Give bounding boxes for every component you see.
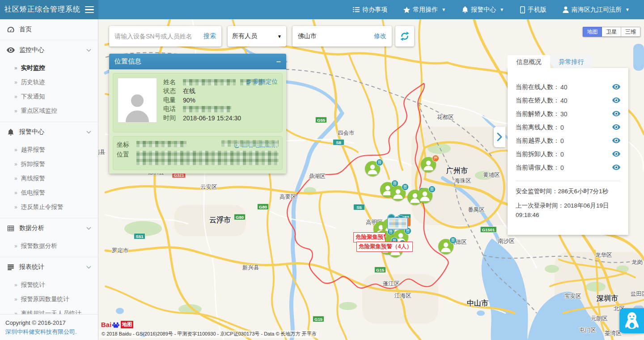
sidebar-group-label: 监控中心: [19, 46, 44, 54]
list-icon: [353, 7, 360, 13]
qq-service-button[interactable]: [619, 308, 644, 333]
sidebar-item-key-area-monitor[interactable]: »重点区域监控: [0, 104, 98, 118]
collapse-panel-button[interactable]: −: [276, 58, 281, 66]
stat-row-crossborder: 当前越界人数：0: [516, 134, 620, 148]
refresh-location-label: 刷新定位: [254, 78, 278, 86]
sidebar-group-header-monitoring[interactable]: 监控中心: [0, 40, 98, 60]
sidebar-item-crossborder-alarm[interactable]: »越界报警: [0, 143, 98, 157]
stat-label: 当前请假人数：: [516, 164, 559, 172]
caret-down-icon: ▼: [500, 7, 504, 12]
map-place-label: 龙岗: [631, 259, 643, 266]
map-place-label: 黄埔区: [483, 171, 500, 179]
nav-item-user-account[interactable]: 南海区九江司法所 ▼: [555, 0, 638, 19]
sidebar-group-header-reports[interactable]: 报表统计: [0, 257, 98, 277]
eye-view-button[interactable]: [612, 84, 620, 91]
eye-view-button[interactable]: [612, 151, 620, 158]
sidebar-group-header-data-analysis[interactable]: 数据分析: [0, 218, 98, 238]
marker-status-badge: 普: [402, 183, 409, 191]
nav-item-todo[interactable]: 待办事项: [345, 0, 395, 19]
sidebar-item-alarm-data-analysis[interactable]: »报警数据分析: [0, 239, 98, 253]
person-marker[interactable]: 普: [390, 186, 406, 201]
double-angle-icon: »: [14, 190, 17, 196]
double-angle-icon: »: [14, 282, 17, 288]
eye-view-button[interactable]: [612, 97, 620, 104]
sidebar-group-header-alarm[interactable]: 报警中心: [0, 122, 98, 142]
nav-item-alarm-center[interactable]: 报警中心 ▼: [454, 0, 512, 19]
redacted-coordinates: [136, 141, 186, 147]
coord-label: 坐标: [117, 141, 136, 149]
stat-label: 当前在线人数：: [516, 83, 559, 91]
info-overview-panel: 当前在线人数：40 当前在矫人数：40 当前解矫人数：30 当前离线人数：0 当…: [508, 68, 628, 235]
sidebar-item-label: 拆卸报警: [21, 160, 45, 168]
sidebar-item-history-track[interactable]: »历史轨迹: [0, 75, 98, 89]
people-filter-select[interactable]: 所有人员 ▼: [228, 26, 286, 47]
person-marker[interactable]: 普: [417, 188, 432, 203]
refresh-map-button[interactable]: [395, 26, 414, 47]
eye-view-button[interactable]: [612, 124, 620, 131]
sidebar-item-prohibition-alarm[interactable]: »违反禁止令报警: [0, 200, 98, 214]
tab-abnormal-ranking[interactable]: 异常排行: [550, 55, 593, 68]
sidebar-group-monitoring: 监控中心 »实时监控 »历史轨迹 »下发通知 »重点区域监控: [0, 40, 98, 122]
status-label: 状态: [163, 87, 183, 95]
person-marker[interactable]: 普: [438, 239, 453, 254]
sidebar-toggle-icon[interactable]: [85, 4, 94, 15]
eye-view-button[interactable]: [612, 164, 620, 171]
map-view-button-3d[interactable]: 三维: [621, 27, 640, 37]
tab-info-overview[interactable]: 信息概况: [508, 55, 550, 68]
nav-item-label: 手机版: [528, 6, 547, 14]
map-view-button-satellite[interactable]: 卫星: [602, 27, 621, 37]
divider: [516, 181, 620, 181]
sidebar-item-home[interactable]: 首页: [0, 19, 98, 40]
search-button[interactable]: 搜索: [203, 32, 216, 40]
chevron-right-icon: [497, 132, 502, 141]
eye-view-button[interactable]: [612, 137, 620, 144]
sidebar-item-send-notice[interactable]: »下发通知: [0, 89, 98, 104]
caret-down-icon: ▼: [441, 7, 446, 12]
sidebar-item-label: 越界报警: [21, 146, 45, 154]
redacted-name: [183, 79, 236, 85]
danger-cluster-warning-label[interactable]: 危险聚集预警（4人）: [356, 242, 413, 252]
search-input[interactable]: [114, 33, 203, 40]
sidebar-item-offline-alarm[interactable]: »离线报警: [0, 171, 98, 186]
double-angle-icon: »: [14, 175, 17, 182]
sidebar-group-label: 数据分析: [19, 224, 44, 232]
company-link[interactable]: 深圳中科健安科技有限公司.: [5, 328, 77, 335]
nav-item-mobile[interactable]: 手机版: [512, 0, 555, 19]
sidebar-item-alarm-reason-statistics[interactable]: »报警原因数量统计: [0, 292, 98, 306]
stat-value: 0: [560, 151, 564, 158]
sidebar-item-lowbattery-alarm[interactable]: »低电报警: [0, 186, 98, 200]
person-marker[interactable]: 普: [365, 161, 380, 176]
app-logo[interactable]: 社区矫正综合管理系统: [0, 0, 98, 19]
modify-city-button[interactable]: 修改: [374, 32, 386, 40]
baidu-logo-map-text: 地图: [120, 320, 134, 329]
nav-item-label: 待办事项: [362, 6, 387, 14]
map-place-label: 新兴县: [242, 264, 259, 272]
nav-item-common-ops[interactable]: 常用操作 ▼: [395, 0, 454, 19]
sidebar-item-label: 离线报警: [21, 174, 45, 183]
qq-penguin-icon: [623, 311, 640, 330]
double-angle-icon: »: [14, 204, 17, 210]
sidebar-item-realtime-monitor[interactable]: »实时监控: [0, 61, 98, 75]
selected-person-infowindow: [387, 217, 408, 230]
time-label: 时间: [163, 114, 183, 122]
danger-cluster-warning-label[interactable]: 危险聚集预警: [353, 232, 386, 242]
refresh-icon: [246, 79, 252, 85]
person-marker[interactable]: 严: [421, 157, 436, 172]
map-place-label: 广州市: [446, 166, 468, 176]
map-attribution: © 2018 Baidu - GS(2016)2089号 - 甲测资字11009…: [99, 330, 319, 338]
marker-status-badge: 普: [449, 237, 457, 244]
eye-view-button[interactable]: [612, 110, 620, 118]
caret-down-icon: ▼: [625, 7, 630, 12]
mobile-icon: [520, 6, 525, 13]
person-info-section: 刷新定位 姓名 状态在线 电量90% 电话 时间2018-06-19 15:24…: [113, 73, 283, 132]
sidebar-item-alarm-statistics[interactable]: »报警统计: [0, 278, 98, 292]
user-icon: [563, 6, 569, 13]
sidebar-item-removal-alarm[interactable]: »拆卸报警: [0, 157, 98, 171]
panel-expand-button[interactable]: [494, 127, 505, 147]
map-place-label: 郁南县: [98, 149, 106, 156]
chevron-down-icon: [86, 131, 91, 134]
map-view-button-map[interactable]: 地图: [583, 27, 602, 37]
refresh-location-link[interactable]: 刷新定位: [246, 78, 278, 86]
map-place-label: 盐田区: [631, 290, 644, 298]
phone-label: 电话: [163, 105, 183, 113]
